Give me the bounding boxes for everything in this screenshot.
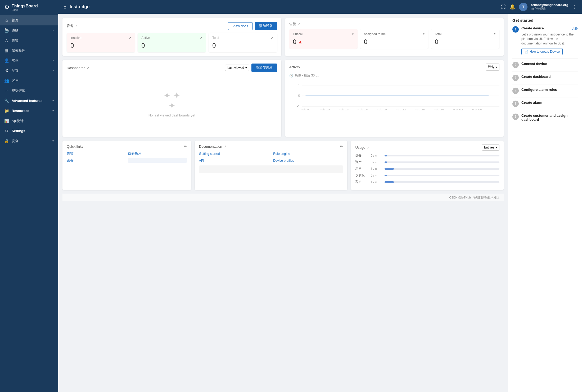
sidebar-item-edge[interactable]: 📡 边缘 ▾: [0, 25, 58, 35]
gs-step-3: 3 Create dashboard: [512, 75, 578, 84]
external-link-icon[interactable]: ↗: [367, 146, 369, 149]
svg-text:Mar 05: Mar 05: [472, 108, 482, 111]
edge-icon: 📡: [4, 28, 9, 33]
empty-text: No last viewed dashboards yet: [148, 113, 195, 117]
gs-step-2: 2 Connect device: [512, 62, 578, 71]
entities-dropdown[interactable]: Entities ▾: [482, 144, 499, 151]
svg-text:Feb 10: Feb 10: [319, 108, 330, 111]
dashboards-header: Dashboards ↗ Last viewed ▾ 添加仪表板: [67, 64, 277, 72]
chevron-down-icon: ▾: [52, 59, 54, 62]
sidebar-item-security[interactable]: 🔒 安全 ▾: [0, 136, 58, 146]
sidebar-item-label: Settings: [12, 129, 54, 133]
page-title: test-edge: [70, 4, 498, 10]
arrow-icon: ↗: [422, 32, 425, 36]
sidebar-item-dashboard[interactable]: ▦ 仪表板库: [0, 46, 58, 56]
sidebar-item-label: 配置: [12, 68, 50, 73]
svg-text:Feb 07: Feb 07: [300, 108, 311, 111]
chevron-down-icon: ▾: [52, 139, 54, 143]
svg-text:Feb 19: Feb 19: [376, 108, 387, 111]
sidebar-item-rulechain[interactable]: ↔ 规则链库: [0, 86, 58, 96]
add-device-button[interactable]: 添加设备: [255, 22, 277, 30]
avatar[interactable]: T: [519, 3, 527, 11]
add-dashboard-button[interactable]: 添加仪表板: [251, 64, 277, 72]
edit-icon[interactable]: ✏: [184, 144, 187, 148]
usage-row-device: 设备 0 / ∞: [355, 153, 499, 158]
alarm-total-label: Total ↗: [435, 32, 496, 36]
external-link-icon[interactable]: ↗: [87, 66, 89, 70]
doc-item[interactable]: Getting started: [199, 151, 269, 156]
quick-links-title: Quick links: [67, 145, 83, 148]
external-link-icon[interactable]: ↗: [75, 24, 78, 28]
fullscreen-icon[interactable]: ⛶: [501, 4, 506, 10]
how-to-create-device-button[interactable]: 📄 How to create Device: [521, 48, 563, 55]
chart-svg: 1 0 -1 Feb 07 Feb 10 Feb 13 Feb 16 Feb 1…: [295, 80, 500, 112]
sidebar-item-label: 仪表板库: [12, 48, 54, 53]
footer: CSDN @IoTHub · 物联网开源技术社区: [62, 194, 504, 201]
usage-card: Usage ↗ Entities ▾ 设备 0 / ∞: [351, 141, 504, 190]
step-desc-1: Let's provision your first device to the…: [521, 32, 578, 46]
critical-stat: Critical ↗ 0 ▲: [289, 29, 358, 49]
external-link-icon[interactable]: ↗: [224, 145, 226, 148]
sidebar-item-label: 规则链库: [12, 88, 54, 93]
assigned-stat: Assigned to me ↗ 0: [360, 29, 428, 49]
inactive-label: Inactive ↗: [70, 36, 131, 40]
quick-link-dashboard[interactable]: 仪表板库: [128, 151, 187, 156]
chevron-down-icon: ▾: [245, 66, 247, 70]
sidebar-item-label: 边缘: [12, 28, 50, 33]
sidebar-item-entity[interactable]: 👤 实体 ▾: [0, 56, 58, 66]
get-started-panel: Get started 1 Create device 设备 Let's pro…: [508, 14, 582, 392]
sidebar-item-label: 客户: [12, 78, 54, 83]
arrow-icon: ↗: [493, 32, 496, 36]
customer-icon: 👥: [4, 78, 9, 83]
clock-icon: 🕐: [289, 74, 293, 78]
active-stat: Active ↗ 0: [138, 33, 206, 52]
sidebar-item-advanced[interactable]: 🔧 Advanced features ▾: [0, 96, 58, 106]
chevron-down-icon: ▾: [495, 146, 497, 149]
activity-history-label: 🕐 历史 - 最后 30 天: [289, 73, 500, 78]
gs-step-6: 6 Create customer and assign dashboard: [512, 114, 578, 125]
chevron-down-icon: ▾: [52, 99, 54, 102]
home-icon: ⌂: [4, 18, 9, 22]
svg-text:Feb 22: Feb 22: [395, 108, 406, 111]
doc-icon: 📄: [524, 50, 528, 53]
alarms-card-header: 告警 ↗: [289, 22, 500, 26]
activity-device-dropdown[interactable]: 设备 ▾: [486, 64, 499, 71]
user-info: tenant@thingsboard.org 租户管理员: [531, 3, 568, 11]
step-title-2: Connect device: [521, 62, 578, 66]
notification-icon[interactable]: 🔔: [509, 4, 515, 10]
edit-icon[interactable]: ✏: [340, 144, 343, 148]
quick-link-btn[interactable]: [128, 158, 187, 163]
sidebar-item-label: 告警: [12, 38, 54, 43]
usage-rows: 设备 0 / ∞ 资产 0 / ∞ 用户 1 / ∞: [355, 153, 499, 184]
chevron-down-icon: ▾: [495, 65, 497, 69]
doc-item[interactable]: API: [199, 158, 269, 163]
doc-item[interactable]: Device profiles: [273, 158, 343, 163]
sidebar-item-config[interactable]: ⚙ 配置 ▾: [0, 66, 58, 76]
main-content: 设备 ↗ View docs 添加设备 Inactive ↗: [58, 14, 508, 392]
sidebar-item-customer[interactable]: 👥 客户: [0, 76, 58, 86]
step-title-5: Create alarm: [521, 101, 578, 105]
sidebar-item-label: Api统计: [12, 119, 54, 123]
step-num-6: 6: [512, 114, 519, 120]
quick-link-device[interactable]: 设备: [67, 158, 126, 163]
doc-item[interactable]: Rule engine: [273, 151, 343, 156]
sidebar-item-home[interactable]: ⌂ 首页: [0, 15, 58, 25]
get-started-title: Get started: [512, 18, 578, 22]
sidebar-item-alarm[interactable]: △ 告警: [0, 35, 58, 46]
svg-text:Feb 28: Feb 28: [434, 108, 444, 111]
bottom-row: Quick links ✏ 告警 仪表板库 设备 Documentation: [62, 141, 504, 190]
last-viewed-dropdown[interactable]: Last viewed ▾: [225, 65, 249, 71]
more-icon[interactable]: ⋮: [572, 4, 577, 10]
devices-card-actions: View docs 添加设备: [228, 22, 277, 30]
step-link-1[interactable]: 设备: [571, 26, 578, 31]
quick-link-alarm[interactable]: 告警: [67, 151, 126, 156]
sidebar-item-settings[interactable]: ⚙ Settings: [0, 126, 58, 136]
resources-icon: 📁: [4, 109, 9, 113]
sidebar-item-resources[interactable]: 📁 Resources ▾: [0, 106, 58, 116]
top-row: 设备 ↗ View docs 添加设备 Inactive ↗: [62, 18, 504, 56]
sidebar-item-api[interactable]: 📊 Api统计: [0, 116, 58, 126]
svg-text:Mar 02: Mar 02: [453, 108, 463, 111]
external-link-icon[interactable]: ↗: [298, 22, 300, 26]
settings-icon: ⚙: [4, 129, 9, 133]
view-docs-button[interactable]: View docs: [228, 22, 252, 30]
